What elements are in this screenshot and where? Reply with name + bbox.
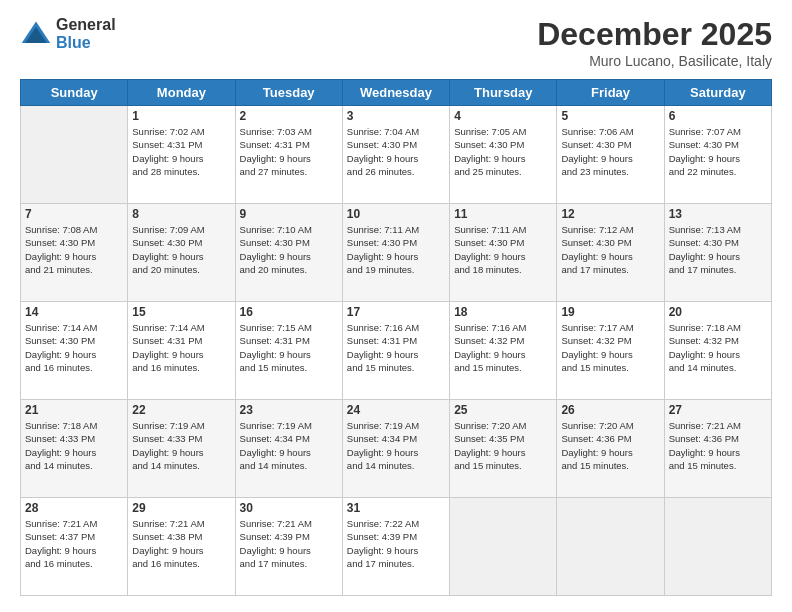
day-info: Sunrise: 7:19 AMSunset: 4:34 PMDaylight:… bbox=[347, 419, 445, 472]
calendar-cell bbox=[450, 498, 557, 596]
day-number: 6 bbox=[669, 109, 767, 123]
day-number: 26 bbox=[561, 403, 659, 417]
day-number: 9 bbox=[240, 207, 338, 221]
day-number: 15 bbox=[132, 305, 230, 319]
calendar-cell: 5Sunrise: 7:06 AMSunset: 4:30 PMDaylight… bbox=[557, 106, 664, 204]
day-number: 30 bbox=[240, 501, 338, 515]
calendar-cell: 25Sunrise: 7:20 AMSunset: 4:35 PMDayligh… bbox=[450, 400, 557, 498]
day-info: Sunrise: 7:18 AMSunset: 4:33 PMDaylight:… bbox=[25, 419, 123, 472]
calendar-cell: 14Sunrise: 7:14 AMSunset: 4:30 PMDayligh… bbox=[21, 302, 128, 400]
weekday-row: SundayMondayTuesdayWednesdayThursdayFrid… bbox=[21, 80, 772, 106]
day-info: Sunrise: 7:02 AMSunset: 4:31 PMDaylight:… bbox=[132, 125, 230, 178]
logo-icon bbox=[20, 18, 52, 50]
calendar-cell: 20Sunrise: 7:18 AMSunset: 4:32 PMDayligh… bbox=[664, 302, 771, 400]
calendar-cell: 8Sunrise: 7:09 AMSunset: 4:30 PMDaylight… bbox=[128, 204, 235, 302]
day-number: 1 bbox=[132, 109, 230, 123]
calendar-cell: 10Sunrise: 7:11 AMSunset: 4:30 PMDayligh… bbox=[342, 204, 449, 302]
weekday-header-friday: Friday bbox=[557, 80, 664, 106]
month-title: December 2025 bbox=[537, 16, 772, 53]
weekday-header-tuesday: Tuesday bbox=[235, 80, 342, 106]
calendar-cell bbox=[21, 106, 128, 204]
day-number: 3 bbox=[347, 109, 445, 123]
day-info: Sunrise: 7:08 AMSunset: 4:30 PMDaylight:… bbox=[25, 223, 123, 276]
day-number: 24 bbox=[347, 403, 445, 417]
calendar-cell: 29Sunrise: 7:21 AMSunset: 4:38 PMDayligh… bbox=[128, 498, 235, 596]
calendar-cell: 23Sunrise: 7:19 AMSunset: 4:34 PMDayligh… bbox=[235, 400, 342, 498]
calendar-cell: 27Sunrise: 7:21 AMSunset: 4:36 PMDayligh… bbox=[664, 400, 771, 498]
calendar-body: 1Sunrise: 7:02 AMSunset: 4:31 PMDaylight… bbox=[21, 106, 772, 596]
calendar-cell: 9Sunrise: 7:10 AMSunset: 4:30 PMDaylight… bbox=[235, 204, 342, 302]
day-info: Sunrise: 7:21 AMSunset: 4:38 PMDaylight:… bbox=[132, 517, 230, 570]
calendar: SundayMondayTuesdayWednesdayThursdayFrid… bbox=[20, 79, 772, 596]
calendar-cell: 24Sunrise: 7:19 AMSunset: 4:34 PMDayligh… bbox=[342, 400, 449, 498]
day-number: 28 bbox=[25, 501, 123, 515]
calendar-cell: 26Sunrise: 7:20 AMSunset: 4:36 PMDayligh… bbox=[557, 400, 664, 498]
day-info: Sunrise: 7:07 AMSunset: 4:30 PMDaylight:… bbox=[669, 125, 767, 178]
calendar-cell: 22Sunrise: 7:19 AMSunset: 4:33 PMDayligh… bbox=[128, 400, 235, 498]
weekday-header-sunday: Sunday bbox=[21, 80, 128, 106]
calendar-cell: 2Sunrise: 7:03 AMSunset: 4:31 PMDaylight… bbox=[235, 106, 342, 204]
day-number: 10 bbox=[347, 207, 445, 221]
calendar-cell: 16Sunrise: 7:15 AMSunset: 4:31 PMDayligh… bbox=[235, 302, 342, 400]
calendar-cell: 1Sunrise: 7:02 AMSunset: 4:31 PMDaylight… bbox=[128, 106, 235, 204]
day-number: 29 bbox=[132, 501, 230, 515]
day-number: 21 bbox=[25, 403, 123, 417]
day-info: Sunrise: 7:20 AMSunset: 4:35 PMDaylight:… bbox=[454, 419, 552, 472]
weekday-header-thursday: Thursday bbox=[450, 80, 557, 106]
day-number: 12 bbox=[561, 207, 659, 221]
day-info: Sunrise: 7:19 AMSunset: 4:34 PMDaylight:… bbox=[240, 419, 338, 472]
calendar-cell bbox=[557, 498, 664, 596]
day-info: Sunrise: 7:11 AMSunset: 4:30 PMDaylight:… bbox=[454, 223, 552, 276]
title-block: December 2025 Muro Lucano, Basilicate, I… bbox=[537, 16, 772, 69]
logo: General Blue bbox=[20, 16, 116, 51]
day-number: 17 bbox=[347, 305, 445, 319]
calendar-cell: 17Sunrise: 7:16 AMSunset: 4:31 PMDayligh… bbox=[342, 302, 449, 400]
day-info: Sunrise: 7:18 AMSunset: 4:32 PMDaylight:… bbox=[669, 321, 767, 374]
calendar-cell: 28Sunrise: 7:21 AMSunset: 4:37 PMDayligh… bbox=[21, 498, 128, 596]
day-number: 27 bbox=[669, 403, 767, 417]
day-info: Sunrise: 7:12 AMSunset: 4:30 PMDaylight:… bbox=[561, 223, 659, 276]
calendar-cell: 13Sunrise: 7:13 AMSunset: 4:30 PMDayligh… bbox=[664, 204, 771, 302]
weekday-header-monday: Monday bbox=[128, 80, 235, 106]
calendar-cell: 12Sunrise: 7:12 AMSunset: 4:30 PMDayligh… bbox=[557, 204, 664, 302]
day-number: 4 bbox=[454, 109, 552, 123]
day-info: Sunrise: 7:06 AMSunset: 4:30 PMDaylight:… bbox=[561, 125, 659, 178]
header: General Blue December 2025 Muro Lucano, … bbox=[20, 16, 772, 69]
calendar-cell: 15Sunrise: 7:14 AMSunset: 4:31 PMDayligh… bbox=[128, 302, 235, 400]
day-number: 23 bbox=[240, 403, 338, 417]
day-info: Sunrise: 7:17 AMSunset: 4:32 PMDaylight:… bbox=[561, 321, 659, 374]
day-number: 8 bbox=[132, 207, 230, 221]
day-number: 25 bbox=[454, 403, 552, 417]
day-number: 18 bbox=[454, 305, 552, 319]
location-subtitle: Muro Lucano, Basilicate, Italy bbox=[537, 53, 772, 69]
calendar-cell bbox=[664, 498, 771, 596]
calendar-week-4: 21Sunrise: 7:18 AMSunset: 4:33 PMDayligh… bbox=[21, 400, 772, 498]
day-number: 14 bbox=[25, 305, 123, 319]
day-info: Sunrise: 7:21 AMSunset: 4:39 PMDaylight:… bbox=[240, 517, 338, 570]
calendar-week-3: 14Sunrise: 7:14 AMSunset: 4:30 PMDayligh… bbox=[21, 302, 772, 400]
logo-general: General bbox=[56, 16, 116, 34]
day-info: Sunrise: 7:16 AMSunset: 4:31 PMDaylight:… bbox=[347, 321, 445, 374]
calendar-cell: 6Sunrise: 7:07 AMSunset: 4:30 PMDaylight… bbox=[664, 106, 771, 204]
weekday-header-wednesday: Wednesday bbox=[342, 80, 449, 106]
calendar-cell: 3Sunrise: 7:04 AMSunset: 4:30 PMDaylight… bbox=[342, 106, 449, 204]
day-info: Sunrise: 7:14 AMSunset: 4:30 PMDaylight:… bbox=[25, 321, 123, 374]
calendar-cell: 18Sunrise: 7:16 AMSunset: 4:32 PMDayligh… bbox=[450, 302, 557, 400]
calendar-cell: 31Sunrise: 7:22 AMSunset: 4:39 PMDayligh… bbox=[342, 498, 449, 596]
day-info: Sunrise: 7:21 AMSunset: 4:37 PMDaylight:… bbox=[25, 517, 123, 570]
calendar-week-2: 7Sunrise: 7:08 AMSunset: 4:30 PMDaylight… bbox=[21, 204, 772, 302]
calendar-cell: 11Sunrise: 7:11 AMSunset: 4:30 PMDayligh… bbox=[450, 204, 557, 302]
day-number: 19 bbox=[561, 305, 659, 319]
day-number: 7 bbox=[25, 207, 123, 221]
day-info: Sunrise: 7:11 AMSunset: 4:30 PMDaylight:… bbox=[347, 223, 445, 276]
calendar-header: SundayMondayTuesdayWednesdayThursdayFrid… bbox=[21, 80, 772, 106]
day-info: Sunrise: 7:16 AMSunset: 4:32 PMDaylight:… bbox=[454, 321, 552, 374]
calendar-cell: 21Sunrise: 7:18 AMSunset: 4:33 PMDayligh… bbox=[21, 400, 128, 498]
day-info: Sunrise: 7:15 AMSunset: 4:31 PMDaylight:… bbox=[240, 321, 338, 374]
calendar-cell: 4Sunrise: 7:05 AMSunset: 4:30 PMDaylight… bbox=[450, 106, 557, 204]
logo-blue: Blue bbox=[56, 34, 116, 52]
logo-text: General Blue bbox=[56, 16, 116, 51]
day-number: 31 bbox=[347, 501, 445, 515]
day-info: Sunrise: 7:20 AMSunset: 4:36 PMDaylight:… bbox=[561, 419, 659, 472]
day-info: Sunrise: 7:21 AMSunset: 4:36 PMDaylight:… bbox=[669, 419, 767, 472]
